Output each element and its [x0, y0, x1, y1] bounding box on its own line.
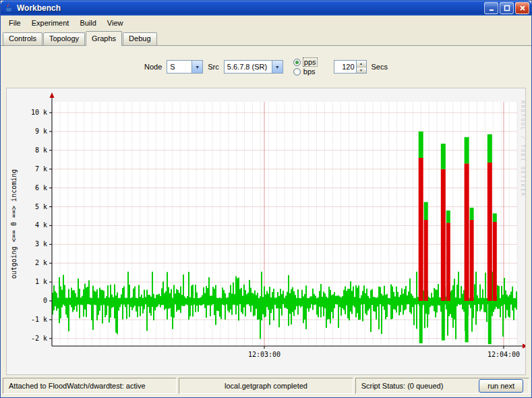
- svg-text:9 k: 9 k: [35, 127, 47, 135]
- spinner-down-icon[interactable]: ▼: [357, 67, 366, 74]
- svg-text:2 k: 2 k: [35, 259, 47, 266]
- tab-graphs[interactable]: Graphs: [86, 31, 122, 46]
- java-app-icon: [4, 3, 13, 13]
- svg-text:RRDTOOL / TOBI OETIKER: RRDTOOL / TOBI OETIKER: [520, 101, 525, 197]
- svg-text:3 k: 3 k: [35, 240, 47, 248]
- script-status-label: Script Status: (0 queued): [361, 382, 444, 390]
- secs-label: Secs: [372, 63, 388, 71]
- status-script: Script Status: (0 queued) run next: [355, 378, 529, 394]
- bps-radio-label: bps: [303, 67, 316, 76]
- graph-controls: Node S ▼ Src 5.6.7.8 (SR) ▼ pps bps: [1, 46, 531, 88]
- chevron-down-icon[interactable]: ▼: [191, 61, 202, 73]
- menu-item-file[interactable]: File: [3, 18, 26, 28]
- tab-debug[interactable]: Debug: [123, 32, 156, 45]
- svg-text:-1 k: -1 k: [31, 316, 47, 323]
- src-label: Src: [208, 63, 219, 71]
- interval-spinner[interactable]: ▲ ▼: [334, 60, 367, 74]
- svg-text:8 k: 8 k: [35, 146, 47, 154]
- svg-text:6 k: 6 k: [35, 184, 47, 192]
- rrd-graph: 10 k9 k8 k7 k6 k5 k4 k3 k2 k1 k0-1 k-2 k…: [7, 88, 525, 375]
- tab-controls[interactable]: Controls: [3, 32, 42, 45]
- pps-radio-label: pps: [303, 58, 317, 66]
- menu-item-build[interactable]: Build: [74, 18, 101, 28]
- status-attached: Attached to FloodWatch/dwardtest: active: [3, 378, 177, 394]
- interval-input[interactable]: [334, 61, 356, 73]
- pps-radio[interactable]: pps: [293, 58, 317, 66]
- svg-text:0: 0: [43, 297, 47, 304]
- window-title: Workbench: [17, 3, 484, 13]
- tab-topology[interactable]: Topology: [43, 32, 85, 45]
- svg-text:7 k: 7 k: [35, 165, 47, 173]
- radio-selected-icon: [293, 59, 301, 66]
- tab-strip: Controls Topology Graphs Debug: [1, 30, 531, 46]
- minimize-button[interactable]: [484, 2, 498, 14]
- node-select[interactable]: S ▼: [167, 60, 203, 74]
- svg-text:5 k: 5 k: [35, 203, 47, 210]
- spinner-up-icon[interactable]: ▲: [357, 61, 366, 67]
- workbench-window: Workbench File Experiment Build View Con…: [0, 0, 532, 398]
- status-task: local.getgraph completed: [179, 378, 353, 394]
- node-label: Node: [144, 63, 162, 71]
- node-select-value: S: [167, 61, 191, 73]
- svg-text:1 k: 1 k: [35, 278, 47, 285]
- graphs-tab-content: Node S ▼ Src 5.6.7.8 (SR) ▼ pps bps: [1, 46, 531, 375]
- maximize-button[interactable]: [500, 2, 514, 14]
- svg-text:12:04:00: 12:04:00: [487, 351, 520, 358]
- svg-text:4 k: 4 k: [35, 221, 47, 229]
- unit-radio-group: pps bps: [293, 58, 317, 76]
- close-button[interactable]: [515, 2, 529, 14]
- menu-bar: File Experiment Build View: [1, 16, 531, 30]
- svg-text:12:03:00: 12:03:00: [248, 351, 280, 358]
- src-select[interactable]: 5.6.7.8 (SR) ▼: [224, 60, 283, 74]
- menu-item-view[interactable]: View: [102, 18, 129, 28]
- title-bar[interactable]: Workbench: [1, 1, 531, 16]
- status-bar: Attached to FloodWatch/dwardtest: active…: [1, 375, 531, 397]
- bps-radio[interactable]: bps: [293, 67, 317, 76]
- menu-item-experiment[interactable]: Experiment: [26, 18, 75, 28]
- graph-panel: 10 k9 k8 k7 k6 k5 k4 k3 k2 k1 k0-1 k-2 k…: [6, 88, 526, 375]
- svg-text:outgoing <== 0 ==> incoming: outgoing <== 0 ==> incoming: [10, 169, 18, 279]
- chevron-down-icon[interactable]: ▼: [272, 61, 283, 73]
- svg-text:10 k: 10 k: [31, 109, 47, 116]
- run-next-button[interactable]: run next: [479, 379, 523, 393]
- src-select-value: 5.6.7.8 (SR): [225, 61, 272, 73]
- radio-unselected-icon: [293, 68, 301, 76]
- svg-text:-2 k: -2 k: [31, 335, 47, 342]
